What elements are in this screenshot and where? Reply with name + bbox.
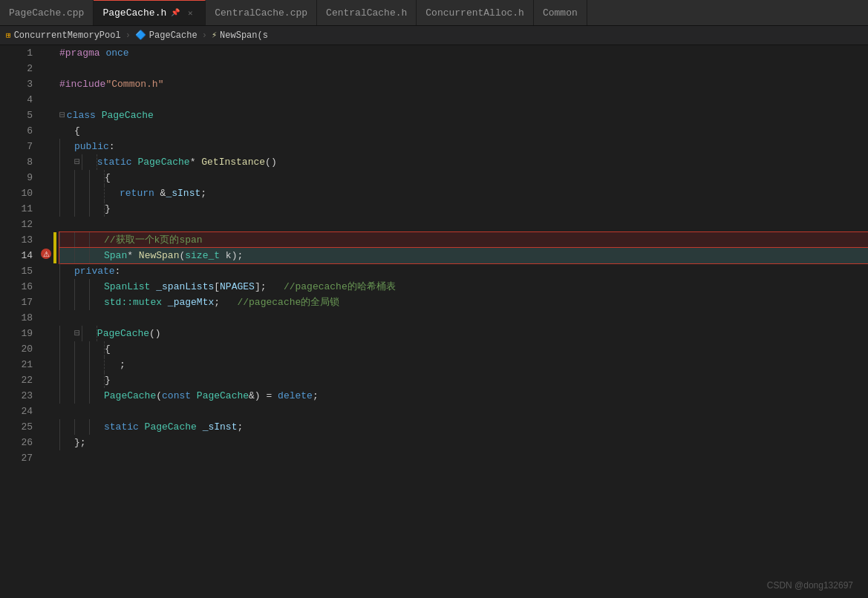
line-num-8: 8 [3,154,33,170]
breadcrumb-class: PageCache [149,30,198,41]
line-num-6: 6 [3,123,33,139]
line-num-14: 14 [3,248,33,263]
tab-common[interactable]: Common [534,0,587,25]
svg-text:⚠: ⚠ [43,250,50,258]
breakpoint-gutter: ⚠ [39,45,53,598]
line-num-7: 7 [3,139,33,154]
line-num-11: 11 [3,201,33,217]
tab-centralcache-h[interactable]: CentralCache.h [317,0,417,25]
code-line-3: #include"Common.h" [59,76,868,92]
tab-label-centralcache-cpp: CentralCache.cpp [215,7,307,19]
tab-bar: PageCache.cpp PageCache.h 📌 ✕ CentralCac… [0,0,868,26]
line-num-12: 12 [3,217,33,232]
code-line-13: //获取一个k页的span [59,232,868,248]
tab-label-pagecache-h: PageCache.h [102,7,166,19]
line-num-15: 15 [3,263,33,279]
tab-centralcache-cpp[interactable]: CentralCache.cpp [206,0,317,25]
line-num-16: 16 [3,279,33,295]
tab-pagecache-h[interactable]: PageCache.h 📌 ✕ [94,0,206,25]
line-num-10: 10 [3,185,33,201]
pin-icon: 📌 [171,8,180,17]
line-num-18: 18 [3,310,33,326]
code-line-26: }; [59,435,868,450]
csdn-watermark: CSDN @dong132697 [767,580,853,591]
code-line-14: Span* NewSpan(size_t k); [59,248,868,263]
line-num-4: 4 [3,92,33,108]
code-line-21: ; [59,357,868,372]
code-line-25: static PageCache _sInst; [59,419,868,435]
breadcrumb-sep-1: › [125,30,131,41]
tab-close-pagecache-h[interactable]: ✕ [184,7,196,19]
code-line-8: ⊟ static PageCache* GetInstance() [59,154,868,170]
code-line-1: #pragma once [59,45,868,61]
code-line-19: ⊟ PageCache() [59,326,868,341]
project-icon: ⊞ [6,30,11,40]
code-line-9: { [59,170,868,185]
line-num-1: 1 [3,45,33,61]
code-line-18 [59,310,868,326]
line-num-13: 13 [3,232,33,248]
tab-label-concurrentalloc-h: ConcurrentAlloc.h [425,7,524,19]
line-num-17: 17 [3,295,33,310]
code-content[interactable]: #pragma once #include"Common.h" ⊟ class … [56,45,868,598]
code-line-7: public: [59,139,868,154]
code-line-24 [59,404,868,419]
line-num-21: 21 [3,357,33,372]
collapse-5[interactable]: ⊟ [59,108,65,123]
collapse-8[interactable]: ⊟ [74,154,80,170]
line-num-19: 19 [3,326,33,341]
line-numbers: 1 2 3 4 5 6 7 8 9 10 11 12 13 14 15 16 1… [3,45,39,598]
collapse-19[interactable]: ⊟ [74,326,80,341]
code-line-15: private: [59,263,868,279]
code-line-6: { [59,123,868,139]
line-num-27: 27 [3,450,33,466]
line-num-23: 23 [3,388,33,404]
code-line-23: PageCache(const PageCache&) = delete; [59,388,868,404]
code-line-10: return &_sInst; [59,185,868,201]
breadcrumb-sep-2: › [202,30,207,41]
tab-pagecache-cpp[interactable]: PageCache.cpp [0,0,94,25]
breadcrumb-project: ConcurrentMemoryPool [14,30,121,41]
line-num-5: 5 [3,108,33,123]
line-num-3: 3 [3,76,33,92]
line-num-2: 2 [3,61,33,76]
line-num-24: 24 [3,404,33,419]
line-num-22: 22 [3,372,33,388]
code-line-5: ⊟ class PageCache [59,108,868,123]
breadcrumb-method: NewSpan(s [220,30,268,41]
method-icon: ⚡ [212,30,217,41]
line-num-26: 26 [3,435,33,450]
tab-label-centralcache-h: CentralCache.h [326,7,407,19]
code-line-12 [59,217,868,232]
tab-label-pagecache-cpp: PageCache.cpp [9,7,84,19]
code-line-20: { [59,341,868,357]
code-line-27 [59,450,868,466]
code-line-4 [59,92,868,108]
class-icon: 🔷 [135,30,146,41]
breadcrumb-bar: ⊞ ConcurrentMemoryPool › 🔷 PageCache › ⚡… [0,26,868,45]
code-line-11: } [59,201,868,217]
line-num-20: 20 [3,341,33,357]
editor-area: 1 2 3 4 5 6 7 8 9 10 11 12 13 14 15 16 1… [0,45,868,598]
line-num-9: 9 [3,170,33,185]
breakpoint-14: ⚠ [40,248,52,260]
line-num-25: 25 [3,419,33,435]
code-line-2 [59,61,868,76]
code-line-22: } [59,372,868,388]
code-line-16: SpanList _spanLists[NPAGES]; //pagecache… [59,279,868,295]
tab-concurrentalloc-h[interactable]: ConcurrentAlloc.h [417,0,534,25]
code-line-17: std::mutex _pageMtx; //pagecache的全局锁 [59,295,868,310]
tab-label-common: Common [543,7,578,19]
